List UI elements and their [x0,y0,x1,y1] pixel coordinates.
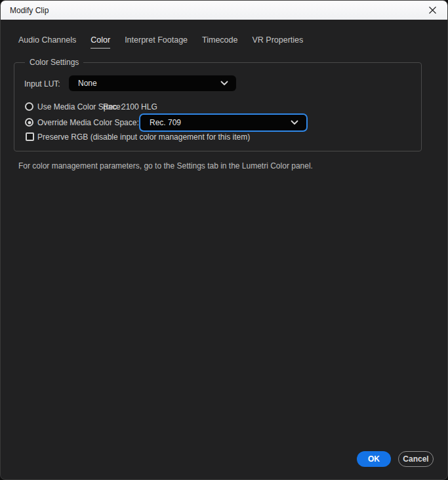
cancel-button[interactable]: Cancel [398,451,434,467]
tab-color[interactable]: Color [91,35,110,49]
preserve-rgb-checkbox[interactable] [26,132,34,141]
override-color-space-dropdown[interactable]: Rec. 709 [139,113,308,132]
close-button[interactable] [417,1,447,20]
override-color-space-value: Rec. 709 [150,118,181,127]
color-settings-group-label: Color Settings [25,58,83,68]
preserve-rgb-label: Preserve RGB (disable input color manage… [37,132,250,142]
close-icon [428,6,437,14]
window-title: Modify Clip [10,6,49,15]
use-media-color-space-value: Rec. 2100 HLG [103,102,157,112]
color-management-note: For color management parameters, go to t… [18,161,313,171]
override-media-color-space-radio[interactable] [25,118,33,127]
chevron-down-icon [220,81,228,86]
ok-button[interactable]: OK [357,451,391,467]
tab-bar: Audio Channels Color Interpret Footage T… [18,35,303,49]
input-lut-dropdown[interactable]: None [69,75,236,91]
use-media-color-space-radio[interactable] [25,102,33,111]
input-lut-value: None [78,79,97,88]
chevron-down-icon [291,120,298,125]
tab-timecode[interactable]: Timecode [202,35,237,49]
tab-audio-channels[interactable]: Audio Channels [18,35,76,49]
override-media-color-space-label: Override Media Color Space: [37,117,139,128]
color-settings-group: Color Settings Input LUT: None Use Media… [14,62,422,151]
titlebar: Modify Clip [1,1,447,20]
tab-interpret-footage[interactable]: Interpret Footage [125,35,188,49]
tab-vr-properties[interactable]: VR Properties [252,35,303,49]
modify-clip-dialog: Modify Clip Audio Channels Color Interpr… [0,0,448,480]
input-lut-label: Input LUT: [24,79,60,89]
